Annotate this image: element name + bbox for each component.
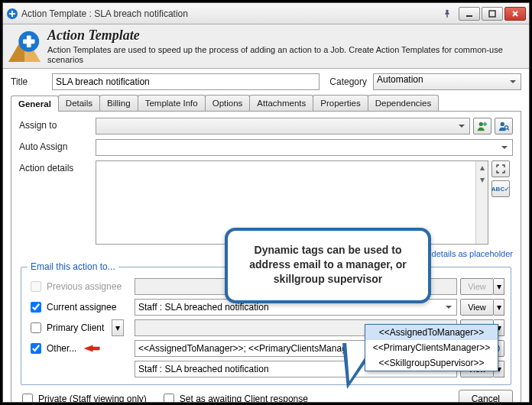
svg-point-15 [501, 122, 504, 126]
other-template-value: Staff : SLA breached notification [138, 364, 269, 374]
ac-item-primaryclientsmanager[interactable]: <<PrimaryClientsManager>> [365, 340, 498, 355]
svg-rect-2 [9, 13, 15, 15]
other-label: Other... [47, 343, 76, 354]
tab-details[interactable]: Details [58, 95, 100, 111]
curr-assignee-checkbox[interactable] [31, 302, 41, 313]
tab-billing[interactable]: Billing [99, 95, 138, 111]
private-checkbox[interactable] [22, 394, 33, 402]
title-label: Title [11, 76, 52, 87]
ac-item-skillgroupsupervisor[interactable]: <<SkillgroupSupervisor>> [365, 355, 498, 371]
tab-general[interactable]: General [11, 96, 59, 112]
email-legend: Email this action to... [28, 261, 118, 272]
scrollbar[interactable]: ▴ ▾ [475, 161, 488, 244]
tab-options[interactable]: Options [205, 95, 251, 111]
svg-rect-4 [489, 11, 495, 17]
tab-attachments[interactable]: Attachments [249, 95, 313, 111]
prev-assignee-checkbox [31, 281, 41, 292]
ac-item-assignedtomanager[interactable]: <<AssignedToManager>> [365, 325, 498, 340]
primary-client-dropdown[interactable]: ▾ [112, 319, 124, 336]
page-title: Action Template [47, 28, 524, 44]
svg-rect-11 [23, 39, 34, 44]
auto-assign-select[interactable] [96, 139, 513, 156]
category-select[interactable]: Automation [373, 73, 521, 90]
primary-client-option[interactable]: Primary Client ▾ [28, 319, 135, 336]
callout-text: Dynamic tags can be used to address emai… [249, 244, 406, 285]
primary-client-checkbox[interactable] [31, 322, 41, 333]
spellcheck-icon[interactable]: ABC✓ [491, 180, 510, 197]
svg-rect-3 [466, 15, 472, 17]
private-label: Private (Staff viewing only) [38, 394, 147, 402]
header: Action Template Action Templates are use… [3, 24, 529, 69]
curr-assignee-option[interactable]: Current assignee [28, 300, 135, 315]
svg-point-12 [479, 122, 483, 126]
user-search-icon[interactable] [495, 118, 513, 134]
red-arrow-icon [83, 342, 101, 355]
prev-view-button: View [460, 278, 494, 295]
prev-assignee-option: Previous assignee [28, 279, 135, 294]
other-checkbox[interactable] [31, 343, 41, 354]
prev-assignee-label: Previous assignee [47, 281, 122, 292]
cancel-button[interactable]: Cancel [459, 390, 513, 402]
scroll-down-icon[interactable]: ▾ [476, 173, 488, 186]
expand-icon[interactable] [491, 160, 510, 177]
logo-icon [3, 24, 46, 67]
pin-icon[interactable] [440, 7, 454, 21]
new-action-icon [6, 8, 18, 20]
tab-dependencies[interactable]: Dependencies [368, 95, 440, 111]
svg-marker-18 [84, 345, 100, 352]
svg-rect-14 [483, 124, 487, 125]
tab-properties[interactable]: Properties [313, 95, 368, 111]
close-button[interactable] [504, 7, 526, 21]
curr-assignee-label: Current assignee [47, 302, 116, 313]
tabs: General Details Billing Template Info Op… [11, 95, 521, 112]
scroll-up-icon[interactable]: ▴ [476, 161, 488, 173]
maximize-button[interactable] [482, 7, 503, 21]
svg-line-17 [508, 129, 509, 131]
primary-client-label: Primary Client [47, 322, 104, 333]
private-option[interactable]: Private (Staff viewing only) [19, 391, 147, 402]
tab-template-info[interactable]: Template Info [138, 95, 206, 111]
curr-view-split[interactable]: ▾ [494, 299, 504, 316]
assign-to-select[interactable] [96, 118, 470, 134]
autocomplete-menu[interactable]: <<AssignedToManager>> <<PrimaryClientsMa… [365, 324, 498, 371]
action-details-label: Action details [19, 160, 96, 173]
awaiting-label: Set as awaiting Client response [180, 394, 308, 402]
curr-view-button[interactable]: View [460, 299, 494, 316]
awaiting-checkbox[interactable] [164, 394, 174, 402]
callout-annotation: Dynamic tags can be used to address emai… [225, 228, 431, 303]
other-option[interactable]: Other... [28, 341, 135, 356]
titlebar[interactable]: Action Template : SLA breach notificatio… [3, 3, 529, 24]
category-value: Automation [377, 74, 423, 85]
curr-assignee-value: Staff : SLA breached notification [138, 302, 269, 313]
prev-view-split: ▾ [494, 278, 504, 295]
auto-assign-label: Auto Assign [19, 139, 96, 152]
svg-point-16 [504, 126, 508, 129]
awaiting-option[interactable]: Set as awaiting Client response [161, 391, 308, 402]
minimize-button[interactable] [459, 7, 480, 21]
window-title: Action Template : SLA breach notificatio… [21, 8, 440, 19]
category-label: Category [320, 76, 373, 87]
title-input[interactable] [52, 73, 320, 90]
user-add-icon[interactable] [473, 118, 491, 134]
page-desc: Action Templates are used to speed up th… [47, 45, 524, 65]
assign-to-label: Assign to [19, 118, 96, 131]
